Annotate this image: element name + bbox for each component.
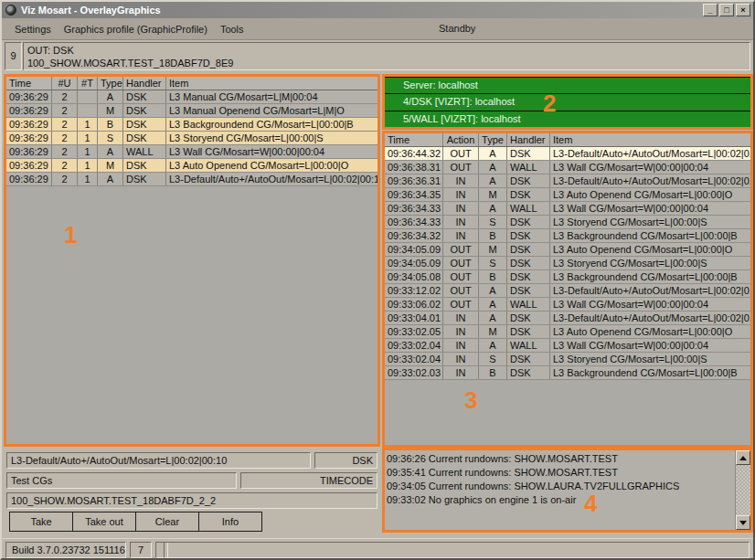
table-cell: DSK	[507, 257, 550, 269]
table-cell: DSK	[507, 229, 550, 242]
table-row[interactable]: 09:34:05.08OUTBDSKL3 Backgroundend CG/Mo…	[385, 270, 750, 284]
table-cell: L3 Wall CG/Mosart=W|00:00|00:04	[550, 298, 750, 311]
table-cell: A	[479, 174, 507, 187]
table-row[interactable]: 09:34:05.09OUTSDSKL3 Storyend CG/Mosart=…	[385, 257, 750, 270]
table-cell: L3 Auto Openend CG/Mosart=L|00:00|O	[166, 159, 378, 172]
on-air-output: OUT: DSK	[27, 44, 750, 57]
table-row[interactable]: 09:33:06.02OUTAWALLL3 Wall CG/Mosart=W|0…	[385, 298, 750, 312]
table-cell: B	[479, 229, 507, 242]
table-cell: 2	[52, 90, 78, 103]
menubar: Settings Graphics profile (GraphicProfil…	[2, 18, 753, 40]
table-cell: 09:34:05.09	[385, 243, 443, 256]
table-row[interactable]: 09:36:2921MDSKL3 Auto Openend CG/Mosart=…	[6, 159, 378, 173]
table-row[interactable]: 09:33:04.01INADSKL3-Default/Auto+/AutoOu…	[385, 312, 750, 325]
right-table[interactable]: TimeActionTypeHandlerItem09:36:44.32OUTA…	[385, 133, 750, 445]
column-header[interactable]: Time	[6, 77, 52, 90]
table-cell: 09:33:02.05	[385, 325, 443, 338]
table-row[interactable]: 09:36:2921SDSKL3 Storyend CG/Mosart=L|00…	[6, 132, 378, 145]
table-cell: L3 Wall CG/Mosart=W|00:00|00:04	[550, 202, 750, 215]
scroll-up-button[interactable]	[736, 450, 750, 465]
menu-graphics-profile[interactable]: Graphics profile (GraphicProfile)	[64, 24, 207, 35]
table-cell: L3 Backgroundend CG/Mosart=L|00:00|B	[550, 366, 750, 379]
table-cell: IN	[443, 325, 479, 338]
table-cell: A	[479, 147, 507, 160]
column-header[interactable]: Type	[479, 133, 507, 146]
table-row[interactable]: 09:34:05.09OUTMDSKL3 Auto Openend CG/Mos…	[385, 243, 750, 257]
column-header[interactable]: Item	[166, 77, 378, 90]
info-button[interactable]: Info	[198, 512, 262, 532]
table-cell: L3 Manual Openend CG/Mosart=L|M|O	[166, 104, 378, 117]
log-scrollbar[interactable]	[735, 450, 750, 530]
table-row[interactable]: 09:36:34.35INMDSKL3 Auto Openend CG/Mosa…	[385, 188, 750, 202]
table-header-row[interactable]: TimeActionTypeHandlerItem	[385, 133, 750, 147]
table-row[interactable]: 09:36:292ADSKL3 Manual CG/Mosart=L|M|00:…	[6, 90, 378, 104]
scroll-down-button[interactable]	[736, 515, 750, 530]
table-cell: 09:36:34.35	[385, 188, 443, 201]
left-table[interactable]: Time#U#TTypeHandlerItem09:36:292ADSKL3 M…	[6, 77, 378, 444]
table-cell: 09:33:12.02	[385, 284, 443, 297]
table-row[interactable]: 09:33:02.05INMDSKL3 Auto Openend CG/Mosa…	[385, 325, 750, 339]
handler-field[interactable]: DSK	[314, 452, 378, 469]
table-cell: 2	[52, 173, 78, 185]
column-header[interactable]: Item	[550, 133, 750, 146]
arrow-up-icon	[739, 456, 747, 460]
table-cell: DSK	[507, 147, 550, 160]
table-row[interactable]: 09:36:34.33INAWALLL3 Wall CG/Mosart=W|00…	[385, 202, 750, 216]
table-row[interactable]: 09:33:02.03INBDSKL3 Backgroundend CG/Mos…	[385, 366, 750, 380]
window-controls: _ □ ×	[703, 4, 750, 16]
column-header[interactable]: Handler	[507, 133, 550, 146]
table-cell: IN	[443, 353, 479, 365]
column-header[interactable]: Type	[98, 77, 123, 90]
table-cell: 09:36:29	[6, 159, 52, 172]
table-cell: 1	[78, 145, 98, 158]
table-cell: 09:36:29	[6, 132, 52, 144]
table-row[interactable]: 09:33:02.04INAWALLL3 Wall CG/Mosart=W|00…	[385, 339, 750, 353]
maximize-button[interactable]: □	[719, 4, 734, 16]
timecode-field[interactable]: TIMECODE	[240, 472, 378, 489]
table-cell: L3 Storyend CG/Mosart=L|00:00|S	[550, 216, 750, 228]
column-header[interactable]: Action	[443, 133, 479, 146]
table-row[interactable]: 09:33:12.02OUTADSKL3-Default/Auto+/AutoO…	[385, 284, 750, 298]
column-header[interactable]: #U	[52, 77, 78, 90]
table-row[interactable]: 09:36:2921BDSKL3 Backgroundend CG/Mosart…	[6, 118, 378, 132]
table-row[interactable]: 09:36:34.33INSDSKL3 Storyend CG/Mosart=L…	[385, 216, 750, 229]
table-row[interactable]: 09:33:02.04INSDSKL3 Storyend CG/Mosart=L…	[385, 353, 750, 366]
table-row[interactable]: 09:36:2921ADSKL3-Default/Auto+/AutoOut/M…	[6, 173, 378, 186]
table-row[interactable]: 09:36:34.32INBDSKL3 Backgroundend CG/Mos…	[385, 229, 750, 243]
table-header-row[interactable]: Time#U#TTypeHandlerItem	[6, 77, 378, 90]
story-id-field[interactable]: 100_SHOW.MOSART.TEST_18DABF7D_2_2	[6, 492, 378, 509]
close-button[interactable]: ×	[736, 4, 750, 16]
table-cell: WALL	[507, 161, 550, 174]
item-template-field[interactable]: L3-Default/Auto+/AutoOut/Mosart=L|00:02|…	[6, 452, 311, 469]
table-cell: IN	[443, 312, 479, 324]
take-out-button[interactable]: Take out	[72, 512, 136, 532]
menu-tools[interactable]: Tools	[220, 24, 244, 35]
table-cell: 09:36:29	[6, 145, 52, 158]
table-cell: DSK	[123, 159, 166, 172]
table-cell: OUT	[443, 284, 479, 297]
table-cell: OUT	[443, 147, 479, 160]
column-header[interactable]: Handler	[123, 77, 166, 90]
annotation-number-3: 3	[464, 386, 477, 415]
table-cell: L3 Storyend CG/Mosart=L|00:00|S	[166, 132, 378, 144]
table-row[interactable]: 09:36:38.31OUTAWALLL3 Wall CG/Mosart=W|0…	[385, 161, 750, 174]
take-button[interactable]: Take	[9, 512, 73, 532]
table-cell: A	[479, 312, 507, 324]
menu-settings[interactable]: Settings	[15, 24, 51, 35]
on-air-row-number: 9	[5, 42, 22, 70]
clear-button[interactable]: Clear	[135, 512, 199, 532]
table-cell: S	[479, 353, 507, 365]
table-cell: 09:36:29	[6, 173, 52, 185]
menu-standby[interactable]: Standby	[439, 23, 475, 34]
column-header[interactable]: #T	[78, 77, 98, 90]
minimize-button[interactable]: _	[703, 4, 718, 16]
table-row[interactable]: 09:36:44.32OUTADSKL3-Default/Auto+/AutoO…	[385, 147, 750, 161]
table-cell: 09:34:05.08	[385, 270, 443, 283]
table-cell: L3 Manual CG/Mosart=L|M|00:04	[166, 90, 378, 103]
column-header[interactable]: Time	[385, 133, 443, 146]
table-cell	[78, 90, 98, 103]
table-row[interactable]: 09:36:292MDSKL3 Manual Openend CG/Mosart…	[6, 104, 378, 118]
cg-group-field[interactable]: Test CGs	[6, 472, 237, 489]
table-row[interactable]: 09:36:36.31INADSKL3-Default/Auto+/AutoOu…	[385, 174, 750, 188]
table-row[interactable]: 09:36:2921AWALLL3 Wall CG/Mosart=W|00:00…	[6, 145, 378, 159]
